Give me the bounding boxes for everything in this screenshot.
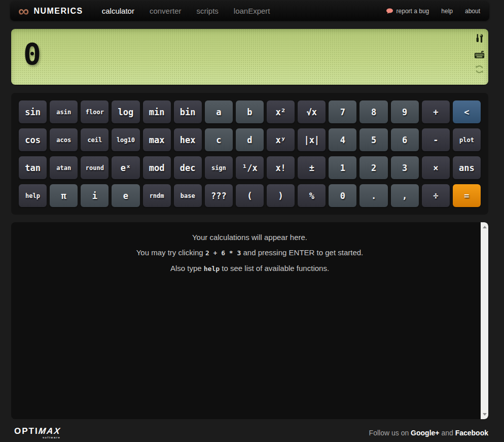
btn-6[interactable]: 6 (391, 128, 419, 151)
bug-speech-bubble-icon (386, 8, 393, 14)
optimax-logo: OPTIMAX software (14, 427, 60, 439)
btn-abs[interactable]: |x| (298, 128, 326, 151)
btn-min[interactable]: min (143, 100, 171, 123)
example-expression: 2 + 6 * 3 (205, 249, 241, 257)
btn-multiply[interactable]: × (422, 156, 450, 179)
navbar: ∞ NUMERICS calculator converter scripts … (10, 1, 489, 21)
btn-plus[interactable]: + (422, 100, 450, 123)
btn-paren-close[interactable]: ) (267, 184, 295, 207)
btn-cos[interactable]: cos (19, 128, 47, 151)
btn-minus[interactable]: - (422, 128, 450, 151)
output-line-1: Your calculations will appear here. (11, 230, 488, 245)
scroll-up-arrow-icon[interactable] (481, 223, 488, 231)
output-line-3: Also type help to see list of available … (11, 261, 488, 277)
btn-8[interactable]: 8 (359, 100, 387, 123)
google-plus-link[interactable]: Google+ (411, 429, 439, 437)
btn-floor[interactable]: floor (81, 100, 109, 123)
help-link[interactable]: help (441, 8, 453, 15)
optimax-logo-opti: OPTI (14, 427, 39, 435)
btn-unknown[interactable]: ??? (205, 184, 233, 207)
btn-ans[interactable]: ans (453, 156, 481, 179)
btn-backspace[interactable]: < (453, 100, 481, 123)
btn-bin[interactable]: bin (174, 100, 202, 123)
btn-divide[interactable]: ÷ (422, 184, 450, 207)
btn-dec[interactable]: dec (174, 156, 202, 179)
nav-tab-converter[interactable]: converter (142, 7, 189, 15)
output-scrollbar[interactable] (481, 222, 488, 419)
btn-0[interactable]: 0 (329, 184, 356, 207)
btn-e[interactable]: e (112, 184, 139, 207)
nav-tab-loanexpert[interactable]: loanExpert (226, 7, 278, 15)
keypad: sinasinfloorlogminbinabx²√x789+<cosacosc… (11, 93, 488, 215)
btn-hex[interactable]: hex (174, 128, 202, 151)
btn-5[interactable]: 5 (359, 128, 387, 151)
display-value: 0 (23, 37, 41, 72)
follow-us-text: Follow us on Google+ and Facebook (369, 429, 488, 437)
btn-round[interactable]: round (81, 156, 109, 179)
btn-mod[interactable]: mod (143, 156, 171, 179)
btn-plus-minus[interactable]: ± (298, 156, 326, 179)
btn-comma[interactable]: , (391, 184, 419, 207)
btn-reciprocal[interactable]: ¹/x (236, 156, 264, 179)
report-a-bug-link[interactable]: report a bug (386, 8, 429, 15)
btn-4[interactable]: 4 (329, 128, 356, 151)
btn-ceil[interactable]: ceil (81, 128, 109, 151)
btn-base[interactable]: base (174, 184, 202, 207)
brand-title: NUMERICS (33, 7, 83, 16)
btn-e-pow-x[interactable]: eˣ (112, 156, 139, 179)
keyboard-icon[interactable] (474, 49, 485, 59)
btn-var-d[interactable]: d (236, 128, 264, 151)
btn-2[interactable]: 2 (359, 156, 387, 179)
nav-right-links: report a bug help about (386, 8, 480, 15)
facebook-link[interactable]: Facebook (455, 429, 488, 437)
nav-tabs: calculator converter scripts loanExpert (94, 7, 278, 15)
btn-percent[interactable]: % (298, 184, 326, 207)
about-link[interactable]: about (465, 8, 480, 15)
display-icon-column (474, 33, 485, 75)
tools-icon[interactable] (474, 33, 485, 44)
help-keyword: help (204, 265, 220, 273)
scroll-down-arrow-icon[interactable] (481, 410, 488, 418)
btn-sqrt[interactable]: √x (298, 100, 326, 123)
nav-tab-calculator[interactable]: calculator (94, 7, 142, 15)
btn-sin[interactable]: sin (19, 100, 47, 123)
btn-help[interactable]: help (19, 184, 47, 207)
output-line-2: You may try clicking 2 + 6 * 3 and press… (11, 245, 488, 261)
btn-acos[interactable]: acos (50, 128, 78, 151)
infinity-logo-icon: ∞ (18, 4, 29, 19)
btn-i[interactable]: i (81, 184, 109, 207)
btn-var-a[interactable]: a (205, 100, 233, 123)
btn-7[interactable]: 7 (329, 100, 356, 123)
btn-9[interactable]: 9 (391, 100, 419, 123)
nav-tab-scripts[interactable]: scripts (189, 7, 226, 15)
btn-1[interactable]: 1 (329, 156, 356, 179)
btn-log[interactable]: log (112, 100, 139, 123)
btn-dot[interactable]: . (359, 184, 387, 207)
btn-plot[interactable]: plot (453, 128, 481, 151)
optimax-logo-sub: software (33, 436, 60, 439)
output-panel: Your calculations will appear here. You … (11, 222, 488, 419)
btn-tan[interactable]: tan (19, 156, 47, 179)
optimax-logo-max: MAX (38, 427, 61, 435)
btn-rndm[interactable]: rndm (143, 184, 171, 207)
btn-x-squared[interactable]: x² (267, 100, 295, 123)
btn-3[interactable]: 3 (391, 156, 419, 179)
btn-var-c[interactable]: c (205, 128, 233, 151)
btn-atan[interactable]: atan (50, 156, 78, 179)
btn-paren-open[interactable]: ( (236, 184, 264, 207)
btn-log10[interactable]: log10 (112, 128, 139, 151)
btn-x-pow-y[interactable]: xʸ (267, 128, 295, 151)
welcome-messages: Your calculations will appear here. You … (11, 222, 488, 277)
btn-factorial[interactable]: x! (267, 156, 295, 179)
calculator-display: 0 (11, 29, 488, 85)
refresh-icon[interactable] (474, 64, 485, 75)
report-a-bug-label: report a bug (397, 8, 429, 15)
btn-sign[interactable]: sign (205, 156, 233, 179)
btn-max[interactable]: max (143, 128, 171, 151)
btn-asin[interactable]: asin (50, 100, 78, 123)
btn-pi[interactable]: π (50, 184, 78, 207)
btn-var-b[interactable]: b (236, 100, 264, 123)
btn-equals[interactable]: = (453, 184, 481, 207)
